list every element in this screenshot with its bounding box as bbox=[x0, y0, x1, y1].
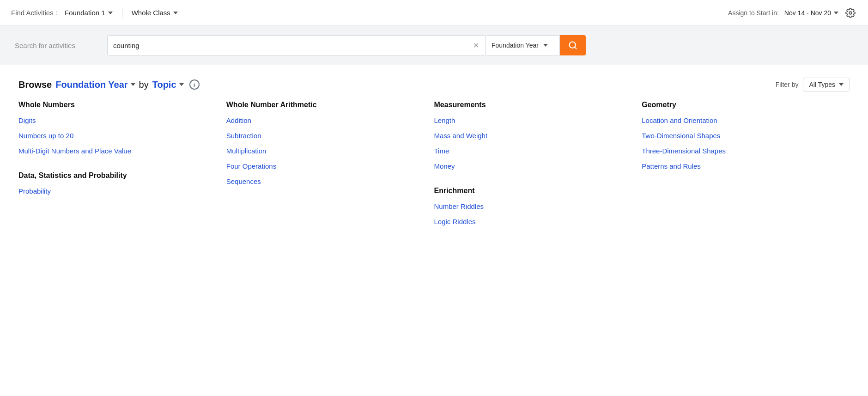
search-icon bbox=[568, 41, 577, 50]
topic-link-0-0-0[interactable]: Digits bbox=[18, 116, 217, 124]
search-input-wrapper: ✕ bbox=[107, 35, 486, 55]
year-filter-label: Foundation Year bbox=[492, 42, 539, 49]
browse-controls: Browse Foundation Year by Topic i bbox=[18, 79, 200, 90]
foundation-dropdown[interactable]: Foundation 1 bbox=[61, 7, 116, 18]
browse-year-label: Foundation Year bbox=[55, 79, 127, 90]
topic-grid: Whole NumbersDigitsNumbers up to 20Multi… bbox=[0, 101, 868, 261]
topic-link-2-0-2[interactable]: Time bbox=[434, 147, 633, 155]
header: Find Activities : Foundation 1 Whole Cla… bbox=[0, 0, 868, 26]
topic-column-2: MeasurementsLengthMass and WeightTimeMon… bbox=[434, 101, 642, 242]
topic-section-1-0: Whole Number ArithmeticAdditionSubtracti… bbox=[226, 101, 425, 185]
topic-section-title-2-0: Measurements bbox=[434, 101, 633, 109]
svg-line-2 bbox=[575, 47, 577, 49]
topic-link-2-0-1[interactable]: Mass and Weight bbox=[434, 132, 633, 140]
browse-filter-area: Filter by All Types bbox=[776, 78, 850, 91]
topic-link-3-0-1[interactable]: Two-Dimensional Shapes bbox=[642, 132, 840, 140]
topic-link-2-0-0[interactable]: Length bbox=[434, 116, 633, 124]
svg-point-0 bbox=[849, 12, 852, 14]
topic-link-1-0-1[interactable]: Subtraction bbox=[226, 132, 425, 140]
topic-section-title-0-0: Whole Numbers bbox=[18, 101, 217, 109]
topic-section-2-1: EnrichmentNumber RiddlesLogic Riddles bbox=[434, 187, 633, 225]
topic-column-0: Whole NumbersDigitsNumbers up to 20Multi… bbox=[18, 101, 226, 242]
search-label: Search for activities bbox=[15, 42, 107, 49]
topic-link-3-0-2[interactable]: Three-Dimensional Shapes bbox=[642, 147, 840, 155]
topic-section-0-1: Data, Statistics and ProbabilityProbabil… bbox=[18, 171, 217, 195]
class-chevron-icon bbox=[173, 12, 178, 14]
browse-by-label: by bbox=[139, 79, 149, 90]
clear-search-button[interactable]: ✕ bbox=[472, 40, 480, 51]
topic-link-1-0-3[interactable]: Four Operations bbox=[226, 162, 425, 170]
topic-link-0-0-2[interactable]: Multi-Digit Numbers and Place Value bbox=[18, 147, 217, 155]
browse-topic-label: Topic bbox=[152, 79, 176, 90]
filter-type-chevron-icon bbox=[839, 83, 844, 86]
browse-title: Browse bbox=[18, 79, 52, 90]
header-left: Find Activities : Foundation 1 Whole Cla… bbox=[11, 7, 182, 18]
search-button[interactable] bbox=[560, 35, 586, 55]
topic-section-title-2-1: Enrichment bbox=[434, 187, 633, 195]
topic-section-title-1-0: Whole Number Arithmetic bbox=[226, 101, 425, 109]
info-button[interactable]: i bbox=[189, 79, 200, 90]
topic-link-1-0-2[interactable]: Multiplication bbox=[226, 147, 425, 155]
browse-topic-dropdown[interactable]: Topic bbox=[152, 79, 184, 90]
search-input[interactable] bbox=[113, 42, 472, 49]
date-range-dropdown[interactable]: Nov 14 - Nov 20 bbox=[784, 9, 838, 17]
topic-section-2-0: MeasurementsLengthMass and WeightTimeMon… bbox=[434, 101, 633, 170]
topic-column-3: GeometryLocation and OrientationTwo-Dime… bbox=[642, 101, 850, 242]
find-activities-label: Find Activities : bbox=[11, 9, 57, 17]
filter-type-dropdown[interactable]: All Types bbox=[803, 78, 850, 91]
topic-section-title-0-1: Data, Statistics and Probability bbox=[18, 171, 217, 180]
topic-section-title-3-0: Geometry bbox=[642, 101, 840, 109]
topic-link-0-1-0[interactable]: Probability bbox=[18, 187, 217, 195]
browse-header: Browse Foundation Year by Topic i Filter… bbox=[0, 65, 868, 101]
class-dropdown[interactable]: Whole Class bbox=[128, 7, 182, 18]
topic-link-2-1-1[interactable]: Logic Riddles bbox=[434, 218, 633, 225]
browse-year-chevron-icon bbox=[131, 83, 135, 86]
foundation-chevron-icon bbox=[108, 12, 113, 14]
year-filter-dropdown[interactable]: Foundation Year bbox=[486, 35, 560, 55]
topic-section-3-0: GeometryLocation and OrientationTwo-Dime… bbox=[642, 101, 840, 170]
filter-by-label: Filter by bbox=[776, 81, 799, 88]
topic-section-0-0: Whole NumbersDigitsNumbers up to 20Multi… bbox=[18, 101, 217, 155]
settings-button[interactable] bbox=[844, 6, 857, 19]
header-right: Assign to Start in: Nov 14 - Nov 20 bbox=[728, 6, 857, 19]
browse-year-dropdown[interactable]: Foundation Year bbox=[55, 79, 135, 90]
filter-type-value: All Types bbox=[809, 81, 835, 88]
date-range-chevron-icon bbox=[834, 12, 838, 14]
topic-link-3-0-3[interactable]: Patterns and Rules bbox=[642, 162, 840, 170]
header-divider-1 bbox=[122, 7, 122, 18]
browse-topic-chevron-icon bbox=[179, 83, 184, 86]
class-dropdown-label: Whole Class bbox=[132, 9, 170, 17]
year-filter-chevron-icon bbox=[543, 44, 548, 47]
foundation-dropdown-label: Foundation 1 bbox=[65, 9, 105, 17]
topic-link-3-0-0[interactable]: Location and Orientation bbox=[642, 116, 840, 124]
topic-link-1-0-4[interactable]: Sequences bbox=[226, 177, 425, 185]
topic-link-0-0-1[interactable]: Numbers up to 20 bbox=[18, 132, 217, 140]
topic-link-1-0-0[interactable]: Addition bbox=[226, 116, 425, 124]
date-range-value: Nov 14 - Nov 20 bbox=[784, 9, 831, 17]
assign-label: Assign to Start in: bbox=[728, 9, 779, 17]
topic-link-2-1-0[interactable]: Number Riddles bbox=[434, 202, 633, 210]
topic-link-2-0-3[interactable]: Money bbox=[434, 162, 633, 170]
search-area: Search for activities ✕ Foundation Year bbox=[0, 26, 868, 65]
topic-column-1: Whole Number ArithmeticAdditionSubtracti… bbox=[226, 101, 434, 242]
